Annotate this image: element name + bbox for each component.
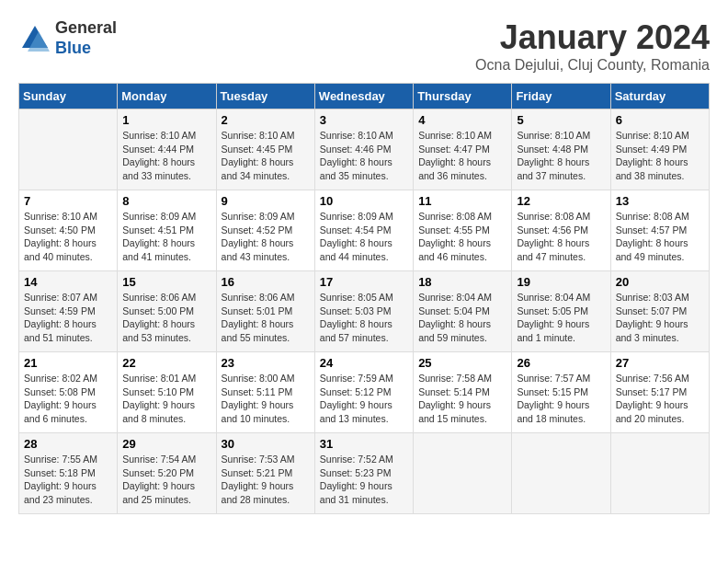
day-number: 21: [24, 356, 112, 370]
location-subtitle: Ocna Dejului, Cluj County, Romania: [475, 57, 710, 74]
calendar-cell: 10Sunrise: 8:09 AMSunset: 4:54 PMDayligh…: [314, 190, 413, 271]
calendar-cell: 16Sunrise: 8:06 AMSunset: 5:01 PMDayligh…: [216, 271, 314, 352]
day-number: 24: [320, 356, 408, 370]
day-number: 19: [517, 275, 605, 289]
day-info: Sunrise: 8:10 AMSunset: 4:48 PMDaylight:…: [517, 129, 605, 183]
day-info: Sunrise: 7:53 AMSunset: 5:21 PMDaylight:…: [222, 453, 310, 507]
day-header-sunday: Sunday: [19, 84, 118, 109]
calendar-cell: 21Sunrise: 8:02 AMSunset: 5:08 PMDayligh…: [19, 352, 118, 433]
day-number: 29: [122, 437, 210, 451]
day-info: Sunrise: 7:57 AMSunset: 5:15 PMDaylight:…: [517, 372, 605, 426]
day-number: 2: [222, 113, 310, 127]
day-info: Sunrise: 8:06 AMSunset: 5:00 PMDaylight:…: [122, 291, 210, 345]
page-header: General Blue January 2024 Ocna Dejului, …: [18, 18, 710, 74]
day-info: Sunrise: 8:05 AMSunset: 5:03 PMDaylight:…: [320, 291, 408, 345]
day-number: 11: [418, 194, 506, 208]
day-header-friday: Friday: [512, 84, 610, 109]
day-number: 23: [222, 356, 310, 370]
calendar-cell: [414, 433, 512, 514]
day-info: Sunrise: 8:10 AMSunset: 4:44 PMDaylight:…: [122, 129, 210, 183]
calendar-cell: 12Sunrise: 8:08 AMSunset: 4:56 PMDayligh…: [512, 190, 610, 271]
calendar-cell: 7Sunrise: 8:10 AMSunset: 4:50 PMDaylight…: [19, 190, 118, 271]
title-block: January 2024 Ocna Dejului, Cluj County, …: [475, 18, 710, 74]
day-number: 16: [222, 275, 310, 289]
calendar-cell: 28Sunrise: 7:55 AMSunset: 5:18 PMDayligh…: [19, 433, 118, 514]
day-info: Sunrise: 7:58 AMSunset: 5:14 PMDaylight:…: [418, 372, 506, 426]
day-info: Sunrise: 8:09 AMSunset: 4:54 PMDaylight:…: [320, 210, 408, 264]
day-info: Sunrise: 8:04 AMSunset: 5:05 PMDaylight:…: [517, 291, 605, 345]
day-number: 31: [320, 437, 408, 451]
day-info: Sunrise: 8:08 AMSunset: 4:57 PMDaylight:…: [616, 210, 704, 264]
logo-blue-text: Blue: [55, 39, 91, 57]
day-info: Sunrise: 8:10 AMSunset: 4:46 PMDaylight:…: [320, 129, 408, 183]
calendar-cell: 20Sunrise: 8:03 AMSunset: 5:07 PMDayligh…: [610, 271, 709, 352]
calendar-cell: 15Sunrise: 8:06 AMSunset: 5:00 PMDayligh…: [118, 271, 216, 352]
day-header-saturday: Saturday: [610, 84, 709, 109]
calendar-cell: 23Sunrise: 8:00 AMSunset: 5:11 PMDayligh…: [216, 352, 314, 433]
calendar-cell: 3Sunrise: 8:10 AMSunset: 4:46 PMDaylight…: [314, 109, 413, 190]
calendar-cell: [512, 433, 610, 514]
day-number: 15: [122, 275, 210, 289]
calendar-cell: 1Sunrise: 8:10 AMSunset: 4:44 PMDaylight…: [118, 109, 216, 190]
day-info: Sunrise: 8:10 AMSunset: 4:50 PMDaylight:…: [24, 210, 112, 264]
month-title: January 2024: [475, 18, 710, 57]
calendar-cell: 17Sunrise: 8:05 AMSunset: 5:03 PMDayligh…: [314, 271, 413, 352]
calendar-table: SundayMondayTuesdayWednesdayThursdayFrid…: [18, 83, 710, 514]
day-number: 4: [418, 113, 506, 127]
day-number: 3: [320, 113, 408, 127]
calendar-cell: 30Sunrise: 7:53 AMSunset: 5:21 PMDayligh…: [216, 433, 314, 514]
day-number: 18: [418, 275, 506, 289]
calendar-header-row: SundayMondayTuesdayWednesdayThursdayFrid…: [19, 84, 710, 109]
day-number: 14: [24, 275, 112, 289]
calendar-body: 1Sunrise: 8:10 AMSunset: 4:44 PMDaylight…: [19, 109, 710, 514]
logo-icon: [18, 22, 51, 55]
calendar-cell: 22Sunrise: 8:01 AMSunset: 5:10 PMDayligh…: [118, 352, 216, 433]
day-number: 9: [222, 194, 310, 208]
day-number: 27: [616, 356, 704, 370]
day-number: 6: [616, 113, 704, 127]
calendar-cell: 14Sunrise: 8:07 AMSunset: 4:59 PMDayligh…: [19, 271, 118, 352]
calendar-week-row: 28Sunrise: 7:55 AMSunset: 5:18 PMDayligh…: [19, 433, 710, 514]
day-number: 13: [616, 194, 704, 208]
day-header-monday: Monday: [118, 84, 216, 109]
day-number: 30: [222, 437, 310, 451]
calendar-cell: 13Sunrise: 8:08 AMSunset: 4:57 PMDayligh…: [610, 190, 709, 271]
day-number: 12: [517, 194, 605, 208]
calendar-cell: 29Sunrise: 7:54 AMSunset: 5:20 PMDayligh…: [118, 433, 216, 514]
day-number: 1: [122, 113, 210, 127]
calendar-week-row: 7Sunrise: 8:10 AMSunset: 4:50 PMDaylight…: [19, 190, 710, 271]
day-number: 25: [418, 356, 506, 370]
day-info: Sunrise: 8:06 AMSunset: 5:01 PMDaylight:…: [222, 291, 310, 345]
calendar-cell: 4Sunrise: 8:10 AMSunset: 4:47 PMDaylight…: [414, 109, 512, 190]
day-info: Sunrise: 7:56 AMSunset: 5:17 PMDaylight:…: [616, 372, 704, 426]
calendar-cell: 9Sunrise: 8:09 AMSunset: 4:52 PMDaylight…: [216, 190, 314, 271]
day-info: Sunrise: 8:10 AMSunset: 4:49 PMDaylight:…: [616, 129, 704, 183]
day-number: 20: [616, 275, 704, 289]
day-info: Sunrise: 7:59 AMSunset: 5:12 PMDaylight:…: [320, 372, 408, 426]
logo: General Blue: [18, 18, 117, 58]
calendar-cell: 18Sunrise: 8:04 AMSunset: 5:04 PMDayligh…: [414, 271, 512, 352]
day-info: Sunrise: 8:10 AMSunset: 4:45 PMDaylight:…: [222, 129, 310, 183]
day-info: Sunrise: 8:03 AMSunset: 5:07 PMDaylight:…: [616, 291, 704, 345]
day-header-thursday: Thursday: [414, 84, 512, 109]
calendar-week-row: 21Sunrise: 8:02 AMSunset: 5:08 PMDayligh…: [19, 352, 710, 433]
day-number: 8: [122, 194, 210, 208]
day-info: Sunrise: 8:10 AMSunset: 4:47 PMDaylight:…: [418, 129, 506, 183]
day-info: Sunrise: 8:04 AMSunset: 5:04 PMDaylight:…: [418, 291, 506, 345]
day-number: 17: [320, 275, 408, 289]
day-header-tuesday: Tuesday: [216, 84, 314, 109]
calendar-cell: 26Sunrise: 7:57 AMSunset: 5:15 PMDayligh…: [512, 352, 610, 433]
day-info: Sunrise: 8:01 AMSunset: 5:10 PMDaylight:…: [122, 372, 210, 426]
logo-general-text: General: [55, 18, 117, 37]
day-number: 7: [24, 194, 112, 208]
calendar-cell: 8Sunrise: 8:09 AMSunset: 4:51 PMDaylight…: [118, 190, 216, 271]
day-header-wednesday: Wednesday: [314, 84, 413, 109]
day-info: Sunrise: 8:07 AMSunset: 4:59 PMDaylight:…: [24, 291, 112, 345]
day-number: 28: [24, 437, 112, 451]
day-info: Sunrise: 7:54 AMSunset: 5:20 PMDaylight:…: [122, 453, 210, 507]
day-info: Sunrise: 8:09 AMSunset: 4:51 PMDaylight:…: [122, 210, 210, 264]
calendar-cell: 25Sunrise: 7:58 AMSunset: 5:14 PMDayligh…: [414, 352, 512, 433]
day-number: 10: [320, 194, 408, 208]
day-info: Sunrise: 8:09 AMSunset: 4:52 PMDaylight:…: [222, 210, 310, 264]
day-number: 22: [122, 356, 210, 370]
